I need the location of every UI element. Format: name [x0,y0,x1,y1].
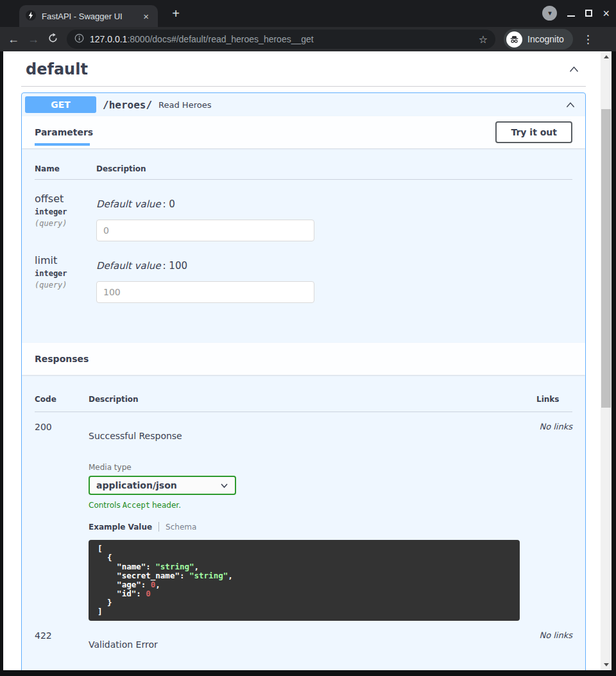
incognito-badge: Incognito [504,29,573,49]
address-bar[interactable]: 127.0.0.1:8000/docs#/default/read_heroes… [67,30,495,49]
endpoint-summary: Read Heroes [158,100,565,110]
response-description: Validation Error [89,630,536,650]
param-row-limit: limit integer (query) Default value: 100 [35,241,572,303]
col-description: Description [96,164,572,173]
param-type: integer [35,207,96,216]
media-type-label: Media type [89,463,536,472]
window-minimize-button[interactable] [567,15,575,17]
response-description: Successful Response [89,422,536,441]
param-name: limit [35,254,96,266]
tag-title: default [26,60,88,78]
offset-input[interactable] [96,220,314,241]
opblock-summary[interactable]: GET /heroes/ Read Heroes [22,93,585,116]
param-default-label: Default value [96,198,161,210]
param-default-value: : 0 [163,198,175,210]
parameters-table: Name Description offset integer (query) … [35,148,572,343]
scrollbar-thumb[interactable] [601,109,611,408]
forward-button: → [28,33,39,46]
response-code: 422 [35,630,89,650]
incognito-label: Incognito [527,34,564,44]
response-row-200: 200 Successful Response Media type appli… [35,412,572,621]
collapse-tag-icon[interactable] [569,65,579,74]
param-row-offset: offset integer (query) Default value: 0 [35,180,572,241]
responses-header: Responses [22,343,585,375]
tab-close-icon[interactable]: × [141,11,151,22]
col-links: Links [536,395,572,404]
tab-parameters: Parameters [35,127,93,137]
browser-tab-strip: FastAPI - Swagger UI × + ▾ × [0,0,616,27]
param-default-value: : 100 [163,260,187,272]
new-tab-button[interactable]: + [168,6,184,21]
controls-accept-note: ControlsAcceptheader. [89,501,536,510]
limit-input[interactable] [96,281,314,303]
window-close-button[interactable]: × [603,8,610,19]
tab-schema[interactable]: Schema [166,523,196,532]
window-maximize-button[interactable] [585,10,592,17]
reload-button[interactable] [47,33,58,46]
url-path: :8000/docs#/default/read_heroes_heroes__… [127,34,313,44]
col-code: Code [35,395,89,404]
param-type: integer [35,269,96,278]
swagger-page: default GET /heroes/ Read Heroes Paramet… [3,51,601,670]
response-links: No links [536,422,572,621]
back-button[interactable]: ← [8,33,19,46]
tag-section-header[interactable]: default [21,51,586,87]
col-description: Description [89,395,536,404]
url-host: 127.0.0.1 [90,34,127,44]
scroll-up-icon[interactable] [601,51,612,62]
response-links: No links [536,630,572,650]
tab-search-button[interactable]: ▾ [542,6,557,21]
param-name: offset [35,193,96,205]
page-scrollbar[interactable] [601,51,612,670]
scroll-down-icon[interactable] [601,659,612,670]
try-it-out-button[interactable]: Try it out [495,121,572,143]
responses-table: Code Description Links 200 Successful Re… [35,375,572,670]
endpoint-path: /heroes/ [103,99,152,111]
param-location: (query) [35,219,96,228]
col-name: Name [35,164,96,173]
site-info-icon[interactable] [74,33,84,46]
collapse-operation-icon[interactable] [565,101,576,109]
responses-title: Responses [35,354,89,364]
param-location: (query) [35,281,96,290]
param-default-label: Default value [96,260,161,272]
accept-header-code: Accept [123,501,150,510]
media-type-select[interactable]: application/json [89,476,236,495]
fastapi-favicon-icon [26,10,36,22]
browser-tab[interactable]: FastAPI - Swagger UI × [19,5,158,27]
response-code: 200 [35,422,89,621]
media-type-value: application/json [96,480,220,490]
tab-separator [158,522,159,532]
tab-example-value[interactable]: Example Value [89,523,152,532]
browser-toolbar: ← → 127.0.0.1:8000/docs#/default/read_he… [0,27,616,51]
method-badge: GET [25,96,96,113]
parameters-header: Parameters Try it out [22,116,585,148]
opblock-get-heroes: GET /heroes/ Read Heroes Parameters Try … [21,92,586,670]
response-row-422: 422 Validation Error No links [35,621,572,650]
tab-title: FastAPI - Swagger UI [42,12,141,21]
bookmark-star-icon[interactable]: ☆ [479,33,488,46]
url-text[interactable]: 127.0.0.1:8000/docs#/default/read_heroes… [90,34,473,44]
browser-menu-icon[interactable]: ⋮ [581,33,595,46]
incognito-icon [506,31,522,48]
example-json-block[interactable]: [ { "name": "string", "secret_name": "st… [89,540,520,621]
chevron-down-icon [220,483,228,489]
